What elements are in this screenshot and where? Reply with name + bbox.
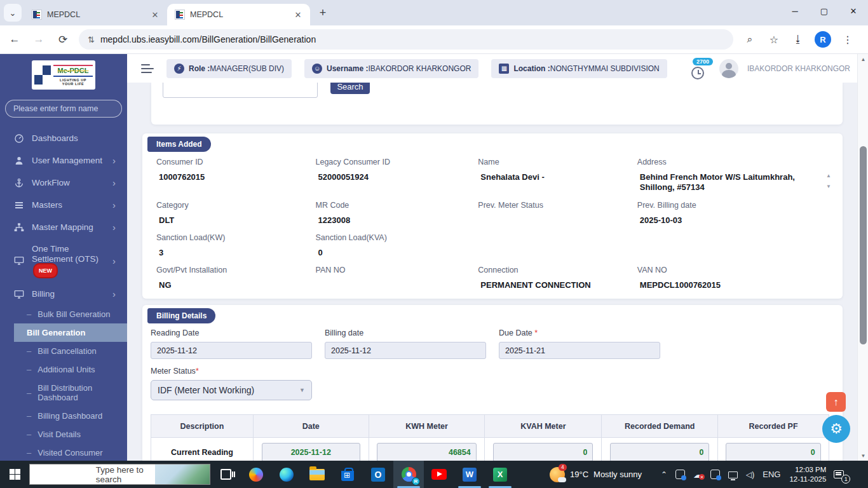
sidebar-item-ots[interactable]: One Time Settlement (OTS)NEW › [0,238,127,283]
field-sanction-load-kw: Sanction Load(KW)3 [156,233,316,257]
downloads-icon[interactable]: ⭳ [790,32,806,47]
readings-table: Description Date KWH Meter KVAH Meter Re… [151,414,829,461]
word-button[interactable]: W [454,461,485,488]
field-govt-pvt-installation: Govt/Pvt InstallationNG [156,266,316,290]
form-search-input[interactable] [13,104,116,113]
zoom-icon[interactable]: ⌕ [742,32,757,47]
reading-date-cell-input[interactable] [262,443,360,461]
hamburger-menu-icon[interactable] [141,64,154,73]
consumer-search-input[interactable] [163,83,318,98]
excel-button[interactable]: X [485,461,515,488]
sidebar-item-masters[interactable]: Masters › [0,194,127,216]
username-icon: ☺ [312,64,322,74]
recorded-pf-input[interactable] [726,443,821,461]
sidebar-item-user-management[interactable]: User Management › [0,149,127,172]
notifications-clock[interactable]: 2700 [691,58,710,79]
field-category: CategoryDLT [156,201,316,225]
chrome-button[interactable]: R [393,461,424,488]
scrollbar-thumb[interactable] [860,146,867,344]
notification-center-button[interactable]: 1 [826,461,851,488]
meter-status-select[interactable]: IDF (Meter Not Working) ▼ [151,380,312,400]
sidebar-item-bill-generation[interactable]: Bill Generation [14,323,127,342]
site-info-icon[interactable]: ⇅ [88,35,94,44]
form-search-box [5,100,122,118]
address-scroll-arrows[interactable]: ▲▼ [826,173,831,189]
maximize-button[interactable]: ▢ [810,0,839,22]
taskbar-search[interactable]: ⌕ Type here to search [29,464,210,485]
tray-expand-icon[interactable]: ⌃ [661,470,667,479]
start-button[interactable] [0,461,29,488]
sidebar-item-master-mapping[interactable]: Master Mapping › [0,216,127,238]
sidebar-item-bill-distribution-dashboard[interactable]: –Bill Distribution Dashboard [0,379,127,407]
onedrive-icon[interactable]: ☁ [693,470,702,480]
sidebar-item-visited-consumer[interactable]: –Visited Consumer [0,444,127,461]
logo-tagline: LIGHTING UP YOUR LIFE [53,78,93,86]
field-consumer-id: Consumer ID1000762015 [156,158,316,193]
volume-icon[interactable]: ◁) [746,470,754,479]
reload-icon[interactable]: ⟳ [53,30,72,49]
sidebar-item-bill-cancellation[interactable]: –Bill Cancellation [0,342,127,360]
app-header: ⚡ Role :MANAGER(SUB DIV) ☺ Username :IBA… [127,54,868,83]
youtube-button[interactable] [424,461,454,488]
browser-tab-1[interactable]: MEPDCL ✕ [24,4,167,25]
taskbar-clock[interactable]: 12:03 PM 12-11-2025 [789,465,826,484]
app-logo[interactable]: Me-PDCL LIGHTING UP YOUR LIFE [32,60,95,90]
edge-button[interactable] [271,461,302,488]
language-indicator[interactable]: ENG [763,470,780,479]
current-reading-label: Current Reading [151,438,254,461]
task-view-icon [220,469,231,480]
weather-widget[interactable]: 4 19°C Mostly sunny [542,461,649,488]
close-button[interactable]: ✕ [839,0,868,22]
kvah-meter-input[interactable] [493,443,593,461]
search-button[interactable]: Search [330,83,370,94]
microsoft-store-button[interactable] [332,461,363,488]
role-icon: ⚡ [174,64,184,74]
bookmark-star-icon[interactable]: ☆ [766,32,782,47]
page-scrollbar[interactable]: ▲ ▼ [857,54,868,461]
sitemap-icon [14,222,24,233]
tab-close-icon[interactable]: ✕ [149,9,161,20]
scroll-to-top-button[interactable]: ↑ [826,392,846,412]
menu-dots-icon[interactable]: ⋮ [840,32,855,47]
clock-icon [691,67,704,79]
outlook-button[interactable]: O [363,461,393,488]
billing-date-field: Billing date [325,329,486,359]
address-bar[interactable]: ⇅ mepdcl.ubs.ieasybill.com/BillGeneratio… [79,29,733,50]
scrollbar-down-icon[interactable]: ▼ [858,451,868,461]
teams-icon[interactable] [710,470,720,479]
copilot-button[interactable] [241,461,271,488]
tab-title: MEPDCL [47,10,144,19]
sidebar-item-visit-details[interactable]: –Visit Details [0,425,127,444]
logo-mark-icon [34,65,51,85]
forward-icon[interactable]: → [29,30,48,49]
reading-date-input[interactable] [151,342,312,359]
user-avatar[interactable] [719,59,738,78]
file-explorer-button[interactable] [302,461,332,488]
billing-date-input[interactable] [325,342,486,359]
field-address: Address Behind French Motor W/S Laitumkh… [637,158,834,193]
table-row: Current Reading [151,438,829,461]
sidebar-item-additional-units[interactable]: –Additional Units [0,360,127,379]
recorded-demand-input[interactable] [610,443,709,461]
kwh-meter-input[interactable] [377,443,476,461]
network-icon[interactable] [728,471,738,478]
sidebar-item-workflow[interactable]: WorkFlow › [0,172,127,194]
sidebar-item-billing[interactable]: Billing › [0,283,127,305]
minimize-button[interactable]: ─ [780,0,810,22]
scrollbar-up-icon[interactable]: ▲ [858,54,868,64]
sidebar-item-bulk-bill-generation[interactable]: –Bulk Bill Generation [0,305,127,323]
tab-search-button[interactable]: ⌄ [4,4,22,22]
sidebar-item-dashboards[interactable]: Dashboards [0,128,127,149]
profile-avatar[interactable]: R [815,31,831,48]
browser-tab-2[interactable]: MEPDCL ✕ [167,4,310,25]
chevron-right-icon: › [112,222,121,233]
new-tab-button[interactable]: + [314,4,332,22]
settings-fab[interactable]: ⚙ [822,415,850,443]
search-highlight-image [155,464,210,485]
cast-icon[interactable] [675,470,685,479]
back-icon[interactable]: ← [5,30,24,49]
due-date-input[interactable] [499,342,660,359]
task-view-button[interactable] [210,461,241,488]
sidebar-item-billing-dashboard[interactable]: –Billing Dashboard [0,407,127,425]
tab-close-icon[interactable]: ✕ [292,9,304,20]
